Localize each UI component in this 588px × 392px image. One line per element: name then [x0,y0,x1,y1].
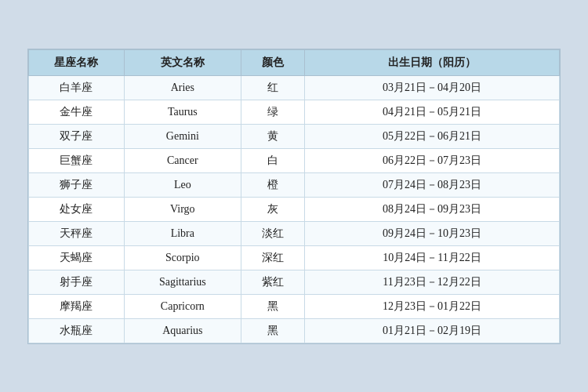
table-row: 双子座Gemini黄05月22日－06月21日 [29,124,560,148]
cell-chinese: 天秤座 [29,221,125,245]
cell-english: Taurus [124,100,241,124]
cell-color: 黑 [241,318,304,343]
cell-date: 09月24日－10月23日 [305,221,560,245]
cell-date: 11月23日－12月22日 [305,270,560,294]
cell-color: 白 [241,148,304,172]
cell-date: 12月23日－01月22日 [305,294,560,318]
cell-date: 08月24日－09月23日 [305,197,560,221]
cell-date: 01月21日－02月19日 [305,318,560,343]
cell-english: Capricorn [124,294,241,318]
cell-color: 灰 [241,197,304,221]
cell-color: 紫红 [241,270,304,294]
zodiac-table: 星座名称 英文名称 颜色 出生日期（阳历） 白羊座Aries红03月21日－04… [28,49,560,343]
cell-color: 红 [241,75,304,100]
table-row: 天秤座Libra淡红09月24日－10月23日 [29,221,560,245]
cell-chinese: 射手座 [29,270,125,294]
cell-english: Sagittarius [124,270,241,294]
cell-english: Cancer [124,148,241,172]
zodiac-table-container: 星座名称 英文名称 颜色 出生日期（阳历） 白羊座Aries红03月21日－04… [27,49,561,344]
header-date: 出生日期（阳历） [305,49,560,75]
cell-english: Aquarius [124,318,241,343]
cell-date: 10月24日－11月22日 [305,245,560,270]
table-row: 天蝎座Scorpio深红10月24日－11月22日 [29,245,560,270]
cell-chinese: 巨蟹座 [29,148,125,172]
header-color: 颜色 [241,49,304,75]
cell-english: Virgo [124,197,241,221]
cell-english: Aries [124,75,241,100]
cell-english: Scorpio [124,245,241,270]
table-row: 巨蟹座Cancer白06月22日－07月23日 [29,148,560,172]
cell-color: 黄 [241,124,304,148]
cell-color: 淡红 [241,221,304,245]
cell-chinese: 水瓶座 [29,318,125,343]
cell-chinese: 狮子座 [29,172,125,197]
cell-chinese: 白羊座 [29,75,125,100]
table-body: 白羊座Aries红03月21日－04月20日金牛座Taurus绿04月21日－0… [29,75,560,343]
cell-chinese: 金牛座 [29,100,125,124]
header-chinese: 星座名称 [29,49,125,75]
table-row: 摩羯座Capricorn黑12月23日－01月22日 [29,294,560,318]
table-row: 白羊座Aries红03月21日－04月20日 [29,75,560,100]
table-row: 射手座Sagittarius紫红11月23日－12月22日 [29,270,560,294]
cell-chinese: 摩羯座 [29,294,125,318]
header-english: 英文名称 [124,49,241,75]
table-header-row: 星座名称 英文名称 颜色 出生日期（阳历） [29,49,560,75]
cell-color: 橙 [241,172,304,197]
cell-date: 03月21日－04月20日 [305,75,560,100]
table-row: 狮子座Leo橙07月24日－08月23日 [29,172,560,197]
cell-color: 深红 [241,245,304,270]
cell-chinese: 处女座 [29,197,125,221]
cell-date: 07月24日－08月23日 [305,172,560,197]
table-row: 金牛座Taurus绿04月21日－05月21日 [29,100,560,124]
table-row: 水瓶座Aquarius黑01月21日－02月19日 [29,318,560,343]
cell-color: 绿 [241,100,304,124]
cell-date: 06月22日－07月23日 [305,148,560,172]
cell-date: 04月21日－05月21日 [305,100,560,124]
cell-english: Gemini [124,124,241,148]
cell-date: 05月22日－06月21日 [305,124,560,148]
cell-color: 黑 [241,294,304,318]
cell-chinese: 天蝎座 [29,245,125,270]
cell-chinese: 双子座 [29,124,125,148]
cell-english: Leo [124,172,241,197]
table-row: 处女座Virgo灰08月24日－09月23日 [29,197,560,221]
cell-english: Libra [124,221,241,245]
